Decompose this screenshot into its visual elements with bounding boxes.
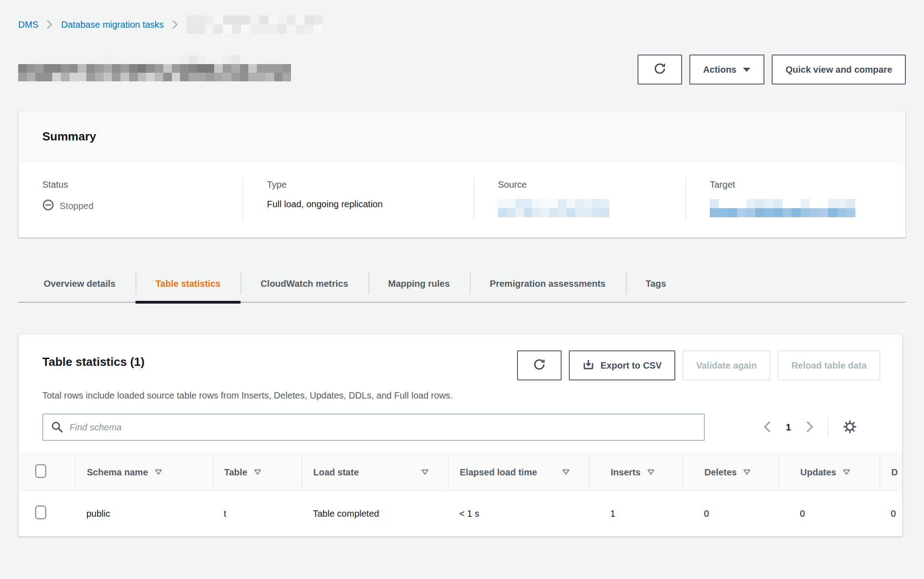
table-refresh-button[interactable] <box>517 350 562 380</box>
tab-tags[interactable]: Tags <box>626 268 686 302</box>
table-actions: Export to CSV Validate again Reload tabl… <box>517 350 880 380</box>
breadcrumb: DMS Database migration tasks <box>18 0 906 34</box>
sort-icon <box>254 467 261 478</box>
current-page-number[interactable]: 1 <box>776 422 801 433</box>
table-toolbar: 1 <box>19 401 902 454</box>
next-page-button[interactable] <box>801 420 819 434</box>
breadcrumb-task-name-redacted <box>186 15 323 34</box>
page-title-redacted <box>18 55 291 81</box>
export-to-csv-button[interactable]: Export to CSV <box>569 350 675 380</box>
summary-card: Summary Status Stopped Type Full load, o… <box>18 111 906 238</box>
summary-card-header: Summary <box>19 111 905 162</box>
breadcrumb-tasks-link[interactable]: Database migration tasks <box>61 20 164 30</box>
status-text: Stopped <box>60 201 94 211</box>
refresh-icon <box>533 358 546 373</box>
summary-target-field: Target <box>685 178 905 219</box>
sort-icon <box>647 467 655 478</box>
column-header-table[interactable]: Table <box>213 454 302 491</box>
type-label: Type <box>267 180 460 190</box>
pager-divider <box>828 417 829 437</box>
column-label: Table <box>224 467 247 478</box>
tab-mapping-rules[interactable]: Mapping rules <box>368 268 470 302</box>
column-header-load-state[interactable]: Load state <box>302 454 448 491</box>
chevron-left-icon <box>763 420 771 434</box>
header-actions: Actions Quick view and compare <box>638 55 906 85</box>
cell-updates: 0 <box>779 491 880 537</box>
reload-table-data-button[interactable]: Reload table data <box>778 350 880 380</box>
cell-inserts: 1 <box>589 491 683 537</box>
column-label: Schema name <box>87 467 148 478</box>
sort-icon <box>743 467 751 478</box>
tab-premigration-assessments[interactable]: Premigration assessments <box>470 268 626 302</box>
column-label: Deletes <box>704 467 737 478</box>
column-header-elapsed-load-time[interactable]: Elapsed load time <box>448 454 589 491</box>
previous-page-button[interactable] <box>758 420 776 434</box>
table-row[interactable]: public t Table completed < 1 s 1 0 0 0 <box>19 491 903 537</box>
breadcrumb-dms-link[interactable]: DMS <box>18 20 38 30</box>
task-detail-tabs: Overview details Table statistics CloudW… <box>18 268 906 303</box>
summary-source-field: Source <box>473 178 685 219</box>
table-statistics-card: Table statistics (1) Export to CSV <box>18 334 903 537</box>
page-header: Actions Quick view and compare <box>18 55 906 85</box>
schema-search <box>42 414 705 441</box>
cell-elapsed-load-time: < 1 s <box>448 491 589 537</box>
sort-icon <box>421 467 429 478</box>
source-value-redacted[interactable] <box>498 199 609 217</box>
reload-table-data-label: Reload table data <box>791 360 867 371</box>
actions-dropdown-label: Actions <box>703 65 736 75</box>
export-to-csv-label: Export to CSV <box>601 360 662 371</box>
table-panel-header: Table statistics (1) Export to CSV <box>19 335 902 401</box>
column-label: Load state <box>313 467 359 478</box>
tab-table-statistics[interactable]: Table statistics <box>136 268 241 302</box>
column-header-deletes[interactable]: Deletes <box>683 454 779 491</box>
row-checkbox[interactable] <box>35 505 46 519</box>
search-icon <box>50 420 64 436</box>
sort-icon <box>562 467 570 478</box>
cell-table: t <box>213 491 302 537</box>
quick-view-compare-label: Quick view and compare <box>785 65 892 75</box>
table-statistics-table: Schema name Table Load state Elapsed loa… <box>19 454 903 536</box>
summary-title: Summary <box>42 130 882 144</box>
summary-type-field: Type Full load, ongoing replication <box>242 178 473 219</box>
column-label: D <box>891 467 898 478</box>
column-label: Elapsed load time <box>460 467 537 478</box>
summary-body: Status Stopped Type Full load, ongoing r… <box>19 162 905 237</box>
refresh-button[interactable] <box>638 55 682 85</box>
column-label: Updates <box>800 467 836 478</box>
summary-status-field: Status Stopped <box>19 178 242 219</box>
tab-overview-details[interactable]: Overview details <box>18 268 136 302</box>
validate-again-button[interactable]: Validate again <box>683 350 770 380</box>
refresh-icon <box>653 62 666 77</box>
table-statistics-title: Table statistics (1) <box>42 350 145 369</box>
target-label: Target <box>710 180 892 190</box>
column-header-inserts[interactable]: Inserts <box>589 454 683 491</box>
chevron-right-icon <box>806 420 814 434</box>
table-preferences-button[interactable] <box>839 416 860 439</box>
download-icon <box>583 359 594 373</box>
column-header-clipped[interactable]: D <box>880 454 903 491</box>
actions-dropdown-button[interactable]: Actions <box>689 55 764 85</box>
validate-again-label: Validate again <box>696 360 757 371</box>
gear-icon <box>842 419 858 436</box>
dms-task-page: DMS Database migration tasks Actions <box>0 0 924 537</box>
tab-cloudwatch-metrics[interactable]: CloudWatch metrics <box>241 268 368 302</box>
table-header-row: Schema name Table Load state Elapsed loa… <box>19 454 903 491</box>
column-header-updates[interactable]: Updates <box>779 454 880 491</box>
cell-deletes: 0 <box>683 491 779 537</box>
target-value-redacted[interactable] <box>710 199 855 217</box>
status-badge: Stopped <box>42 199 229 213</box>
type-value: Full load, ongoing replication <box>267 199 460 210</box>
quick-view-compare-button[interactable]: Quick view and compare <box>772 55 906 85</box>
cell-schema-name: public <box>75 491 213 537</box>
status-label: Status <box>42 180 229 190</box>
table-statistics-description: Total rows include loaded source table r… <box>42 390 880 401</box>
column-header-schema-name[interactable]: Schema name <box>75 454 213 491</box>
sort-icon <box>155 467 162 478</box>
cell-load-state: Table completed <box>302 491 448 537</box>
source-label: Source <box>498 180 672 190</box>
sort-icon <box>843 467 850 478</box>
caret-down-icon <box>743 65 751 75</box>
find-schema-input[interactable] <box>42 414 705 441</box>
select-all-checkbox[interactable] <box>35 464 46 478</box>
stopped-icon <box>42 199 54 213</box>
